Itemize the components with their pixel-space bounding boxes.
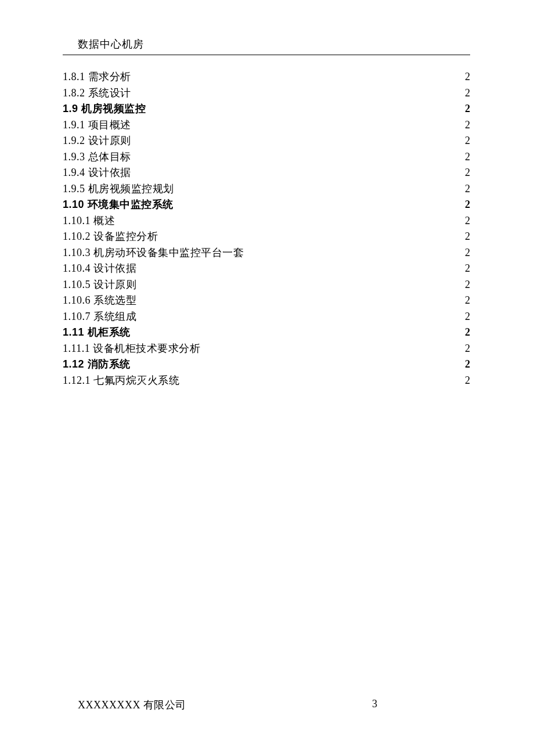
toc-entry-page: 2 — [465, 357, 470, 372]
toc-entry-page: 2 — [465, 213, 470, 228]
page-footer: XXXXXXXX 有限公司 3 — [78, 698, 470, 712]
toc-entry-page: 2 — [465, 181, 470, 196]
toc-entry-label: 1.11.1 设备机柜技术要求分析 — [63, 341, 200, 356]
toc-entry: 1.8.2 系统设计2 — [63, 85, 470, 102]
toc-entry-label: 1.12 消防系统 — [63, 357, 131, 372]
toc-entry: 1.12.1 七氟丙烷灭火系统2 — [63, 373, 470, 389]
toc-entry: 1.9.1 项目概述2 — [63, 117, 470, 134]
toc-entry-label: 1.8.2 系统设计 — [63, 85, 131, 100]
toc-entry: 1.11 机柜系统2 — [63, 325, 470, 341]
toc-entry-page: 2 — [465, 277, 470, 292]
toc-entry: 1.9.4 设计依据2 — [63, 165, 470, 181]
toc-entry: 1.10.4 设计依据2 — [63, 261, 470, 277]
toc-entry: 1.10.3 机房动环设备集中监控平台一套2 — [63, 245, 470, 261]
toc-entry-label: 1.9.1 项目概述 — [63, 117, 131, 132]
toc-entry-page: 2 — [465, 325, 470, 340]
toc-entry-page: 2 — [465, 165, 470, 180]
toc-entry: 1.10.1 概述2 — [63, 213, 470, 229]
toc-entry-label: 1.8.1 需求分析 — [63, 69, 131, 84]
toc-entry-label: 1.9.5 机房视频监控规划 — [63, 181, 174, 196]
toc-entry-label: 1.10.4 设计依据 — [63, 261, 136, 276]
toc-entry-label: 1.9 机房视频监控 — [63, 101, 146, 116]
toc-entry: 1.10 环境集中监控系统2 — [63, 197, 470, 213]
footer-page-number: 3 — [372, 698, 470, 712]
page-header: 数据中心机房 — [63, 37, 470, 55]
toc-entry: 1.8.1 需求分析2 — [63, 69, 470, 85]
toc-entry-page: 2 — [465, 261, 470, 276]
toc-entry-label: 1.10.5 设计原则 — [63, 277, 136, 292]
toc-entry: 1.11.1 设备机柜技术要求分析2 — [63, 341, 470, 357]
toc-entry-label: 1.10 环境集中监控系统 — [63, 197, 174, 212]
toc-entry-label: 1.10.6 系统选型 — [63, 293, 136, 308]
toc-entry: 1.10.7 系统组成2 — [63, 309, 470, 325]
toc-entry-label: 1.10.3 机房动环设备集中监控平台一套 — [63, 245, 244, 260]
toc-entry-page: 2 — [465, 373, 470, 388]
toc-entry-label: 1.9.4 设计依据 — [63, 165, 131, 180]
toc-entry-label: 1.10.7 系统组成 — [63, 309, 136, 324]
toc-entry-page: 2 — [465, 293, 470, 308]
toc-entry-page: 2 — [465, 245, 470, 260]
toc-entry-page: 2 — [465, 309, 470, 324]
toc-entry-label: 1.9.3 总体目标 — [63, 149, 131, 164]
toc-entry-label: 1.10.2 设备监控分析 — [63, 229, 158, 244]
toc-entry-label: 1.9.2 设计原则 — [63, 133, 131, 148]
toc-entry-page: 2 — [465, 229, 470, 244]
toc-entry: 1.10.2 设备监控分析2 — [63, 229, 470, 245]
footer-company: XXXXXXXX 有限公司 — [78, 698, 186, 712]
toc-entry-page: 2 — [465, 197, 470, 212]
toc-entry-label: 1.11 机柜系统 — [63, 325, 131, 340]
toc-entry-page: 2 — [465, 85, 470, 100]
toc-entry-page: 2 — [465, 149, 470, 164]
toc-entry: 1.10.6 系统选型2 — [63, 293, 470, 309]
toc-entry-label: 1.12.1 七氟丙烷灭火系统 — [63, 373, 179, 388]
toc-entry-page: 2 — [465, 69, 470, 84]
toc-entry: 1.9.2 设计原则2 — [63, 133, 470, 149]
toc-entry: 1.12 消防系统2 — [63, 357, 470, 373]
toc-entry-label: 1.10.1 概述 — [63, 213, 115, 228]
toc-entry: 1.9 机房视频监控2 — [63, 101, 470, 117]
toc-entry-page: 2 — [465, 341, 470, 356]
toc-entry-page: 2 — [465, 101, 470, 116]
header-title: 数据中心机房 — [78, 38, 144, 50]
toc-entry: 1.9.5 机房视频监控规划2 — [63, 181, 470, 197]
toc-entry-page: 2 — [465, 133, 470, 148]
table-of-contents: 1.8.1 需求分析21.8.2 系统设计21.9 机房视频监控21.9.1 项… — [63, 69, 470, 388]
toc-entry: 1.9.3 总体目标2 — [63, 149, 470, 165]
toc-entry-page: 2 — [465, 117, 470, 132]
document-page: 数据中心机房 1.8.1 需求分析21.8.2 系统设计21.9 机房视频监控2… — [0, 0, 534, 388]
toc-entry: 1.10.5 设计原则2 — [63, 277, 470, 293]
